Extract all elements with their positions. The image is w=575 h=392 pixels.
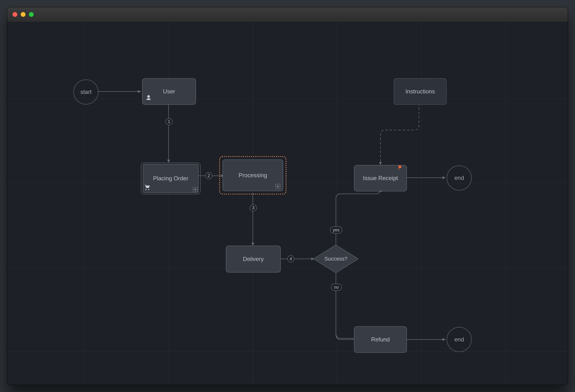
edge-badge-no: no [331,284,342,291]
diagram-canvas[interactable]: start User Placing Order [7,22,568,385]
node-end-1[interactable]: end [447,165,472,191]
node-placing-order-label: Placing Order [153,175,189,182]
edge-badge-3: 3 [250,204,257,211]
node-user[interactable]: User [142,78,196,105]
window-close-button[interactable] [13,12,17,17]
edge-badge-4: 4 [287,255,294,263]
node-user-label: User [163,88,175,95]
app-window: start User Placing Order [7,7,568,385]
subprocess-icon [193,187,198,192]
svg-marker-3 [167,160,170,163]
window-minimize-button[interactable] [21,12,25,17]
node-start-label: start [80,89,92,95]
subprocess-icon [275,184,280,189]
user-icon [145,95,152,102]
node-instructions-label: Instructions [406,88,435,95]
node-success-decision[interactable]: Success? [313,245,359,273]
node-end-1-label: end [454,174,464,181]
node-success-label: Success? [324,256,347,262]
node-delivery-label: Delivery [243,256,264,263]
node-end-2-label: end [454,336,464,343]
node-start[interactable]: start [73,79,98,104]
node-delivery[interactable]: Delivery [226,245,281,272]
flag-icon [397,164,404,172]
node-issue-receipt-label: Issue Receipt [363,175,398,182]
edge-badge-yes: yes [330,226,342,234]
node-issue-receipt[interactable]: Issue Receipt [354,165,407,192]
cart-icon [144,184,150,192]
window-zoom-button[interactable] [29,12,34,17]
node-placing-order[interactable]: Placing Order [141,163,201,194]
node-refund-label: Refund [371,336,390,343]
edge-badge-1: 1 [166,118,173,125]
node-refund[interactable]: Refund [354,326,407,353]
node-processing[interactable]: Processing [219,156,287,195]
svg-marker-17 [443,338,445,341]
svg-marker-1 [138,90,141,93]
titlebar [7,7,568,22]
svg-marker-7 [251,243,254,245]
svg-marker-18 [379,162,382,165]
edge-badge-2: 2 [205,172,212,179]
node-end-2[interactable]: end [447,327,472,352]
svg-marker-15 [443,176,445,179]
node-instructions[interactable]: Instructions [394,78,447,105]
node-processing-label: Processing [239,172,267,179]
